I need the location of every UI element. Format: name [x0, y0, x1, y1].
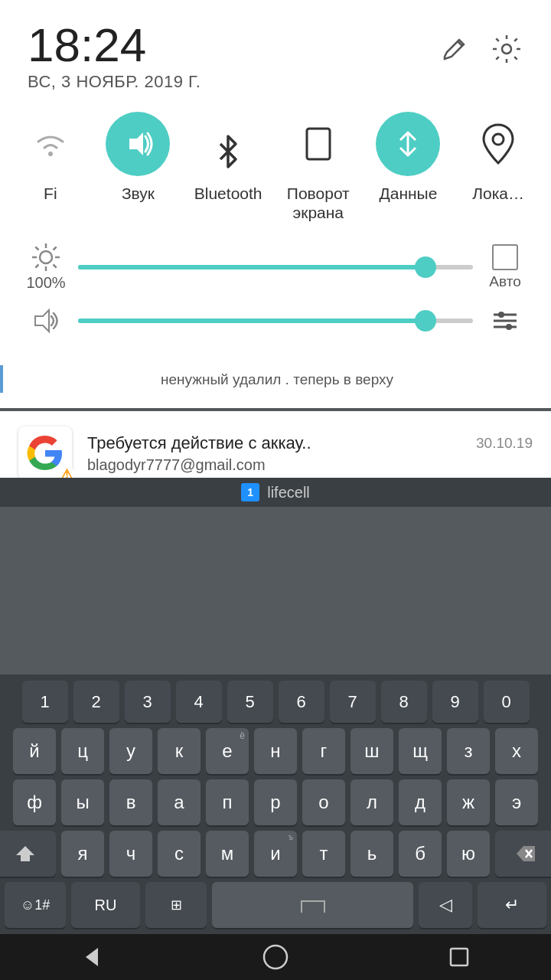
- qs-label-sound: Звук: [122, 184, 155, 203]
- notif-title: Требуется действие с аккау..: [87, 433, 311, 453]
- clock-time: 18:24: [28, 21, 201, 69]
- key-ж[interactable]: ж: [447, 779, 490, 825]
- mic-key[interactable]: ◁: [419, 882, 472, 928]
- svg-rect-26: [451, 949, 468, 965]
- keyboard-row-2: ф ы в а п р о л д ж э: [5, 779, 546, 825]
- key-ы[interactable]: ы: [61, 779, 104, 825]
- table-key[interactable]: ⊞: [145, 882, 207, 928]
- qs-label-data: Данные: [380, 184, 438, 203]
- svg-line-13: [54, 247, 57, 250]
- key-е[interactable]: её: [206, 728, 249, 774]
- data-icon: [376, 112, 440, 176]
- notif-content: Требуется действие с аккау.. 30.10.19 bl…: [87, 433, 533, 474]
- key-ю[interactable]: ю: [447, 831, 490, 877]
- key-й[interactable]: й: [13, 728, 56, 774]
- time-date: 18:24 ВС, 3 НОЯБР. 2019 Г.: [28, 21, 201, 92]
- qs-item-bluetooth[interactable]: Bluetooth: [194, 112, 262, 203]
- key-д[interactable]: д: [399, 779, 442, 825]
- svg-rect-4: [307, 129, 330, 159]
- key-ц[interactable]: ц: [61, 728, 104, 774]
- volume-slider[interactable]: [78, 318, 473, 323]
- lifecell-indicator: 1: [241, 483, 259, 501]
- backspace-key[interactable]: [495, 831, 551, 877]
- back-button[interactable]: [61, 942, 122, 972]
- notif-email: blagodyr7777@gmail.com: [87, 456, 533, 474]
- keyboard: 1 2 3 4 5 6 7 8 9 0 й ц у к её н г ш щ з…: [0, 675, 551, 934]
- key-9[interactable]: 9: [432, 681, 478, 723]
- key-ч[interactable]: ч: [109, 831, 152, 877]
- key-р[interactable]: р: [254, 779, 297, 825]
- key-б[interactable]: б: [399, 831, 442, 877]
- svg-marker-3: [129, 132, 143, 155]
- key-и[interactable]: иъ: [254, 831, 297, 877]
- qs-item-wifi[interactable]: Fi: [18, 112, 83, 203]
- auto-checkbox[interactable]: [492, 244, 518, 270]
- key-0[interactable]: 0: [484, 681, 530, 723]
- keyboard-row-1: й ц у к её н г ш щ з х: [5, 728, 546, 774]
- nav-bar: [0, 934, 551, 980]
- bluetooth-icon: [196, 112, 260, 176]
- key-х[interactable]: х: [495, 728, 538, 774]
- brightness-slider[interactable]: [78, 265, 473, 270]
- emoji-key[interactable]: ☺1#: [5, 882, 66, 928]
- rotation-icon: [286, 112, 350, 176]
- brightness-label: 100%: [26, 274, 65, 292]
- settings-icon[interactable]: [490, 32, 523, 66]
- svg-point-5: [493, 134, 504, 145]
- volume-settings-icon[interactable]: [487, 305, 523, 336]
- key-м[interactable]: м: [206, 831, 249, 877]
- lifecell-carrier: lifecell: [267, 484, 310, 501]
- spacebar[interactable]: [212, 882, 413, 928]
- key-э[interactable]: э: [495, 779, 538, 825]
- key-4[interactable]: 4: [176, 681, 222, 723]
- sliders-section: 100% Авто: [0, 234, 551, 365]
- key-2[interactable]: 2: [73, 681, 119, 723]
- svg-point-2: [48, 152, 53, 156]
- key-г[interactable]: г: [302, 728, 345, 774]
- header-icons: [438, 21, 523, 66]
- notif-header-row: Требуется действие с аккау.. 30.10.19: [87, 433, 533, 453]
- svg-point-6: [40, 251, 52, 263]
- qs-item-data[interactable]: Данные: [373, 112, 442, 203]
- auto-brightness-toggle[interactable]: Авто: [487, 244, 523, 290]
- brightness-icon: 100%: [28, 242, 64, 292]
- key-8[interactable]: 8: [381, 681, 427, 723]
- qs-item-location[interactable]: Лока…: [464, 112, 533, 203]
- key-п[interactable]: п: [206, 779, 249, 825]
- shift-key[interactable]: [0, 831, 56, 877]
- key-3[interactable]: 3: [125, 681, 171, 723]
- key-ь[interactable]: ь: [350, 831, 393, 877]
- notification-panel: 18:24 ВС, 3 НОЯБР. 2019 Г.: [0, 0, 551, 408]
- qs-label-location: Лока…: [472, 184, 524, 203]
- key-6[interactable]: 6: [279, 681, 324, 723]
- key-у[interactable]: у: [109, 728, 152, 774]
- qs-item-sound[interactable]: Звук: [103, 112, 172, 203]
- key-т[interactable]: т: [302, 831, 345, 877]
- lang-key[interactable]: RU: [71, 882, 140, 928]
- wifi-icon: [18, 112, 83, 176]
- key-а[interactable]: а: [158, 779, 201, 825]
- key-ш[interactable]: ш: [350, 728, 393, 774]
- key-с[interactable]: с: [158, 831, 201, 877]
- qs-item-rotation[interactable]: Поворотэкрана: [284, 112, 353, 222]
- svg-marker-21: [16, 846, 34, 861]
- volume-icon: [28, 305, 64, 336]
- key-л[interactable]: л: [350, 779, 393, 825]
- enter-key[interactable]: ↵: [478, 882, 546, 928]
- key-з[interactable]: з: [447, 728, 490, 774]
- home-button[interactable]: [245, 942, 306, 972]
- edit-icon[interactable]: [438, 32, 471, 66]
- key-1[interactable]: 1: [22, 681, 68, 723]
- key-7[interactable]: 7: [330, 681, 376, 723]
- key-5[interactable]: 5: [227, 681, 273, 723]
- key-щ[interactable]: щ: [399, 728, 442, 774]
- key-н[interactable]: н: [254, 728, 297, 774]
- key-о[interactable]: о: [302, 779, 345, 825]
- recent-button[interactable]: [429, 942, 490, 972]
- key-ф[interactable]: ф: [13, 779, 56, 825]
- key-я[interactable]: я: [61, 831, 104, 877]
- svg-point-19: [498, 312, 504, 318]
- key-в[interactable]: в: [109, 779, 152, 825]
- key-к[interactable]: к: [158, 728, 201, 774]
- svg-line-14: [35, 265, 38, 268]
